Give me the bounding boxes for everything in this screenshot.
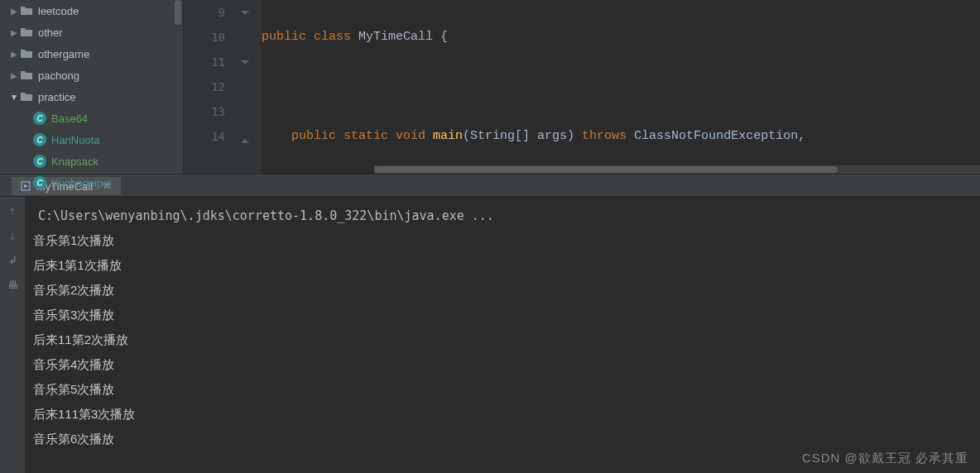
console-output[interactable]: C:\Users\wenyanbing\.jdks\corretto-1.8.0… xyxy=(25,197,980,473)
folder-icon xyxy=(20,69,33,81)
console-line: 音乐第2次播放 xyxy=(33,278,972,303)
exception: ClassNotFoundException, xyxy=(634,129,805,143)
down-arrow-icon[interactable]: ↓ xyxy=(4,227,21,243)
keyword: public xyxy=(262,30,314,44)
class-icon: C xyxy=(33,176,46,189)
tree-label: pachong xyxy=(38,69,79,82)
folder-icon xyxy=(20,91,33,103)
code-editor[interactable]: 9 10 11 12 13 14 public class MyTimeCall… xyxy=(184,0,980,174)
tree-label: othergame xyxy=(38,48,89,60)
console-line: 后来1第1次播放 xyxy=(33,253,972,278)
project-tree: ▶ leetcode ▶ other ▶ othergame ▶ pachong… xyxy=(0,0,184,174)
line-gutter: 9 10 11 12 13 14 xyxy=(184,0,233,174)
tree-folder-other[interactable]: ▶ other xyxy=(0,22,183,43)
tree-folder-othergame[interactable]: ▶ othergame xyxy=(0,43,183,64)
tree-label: leetcode xyxy=(38,5,79,17)
console-line: 音乐第1次播放 xyxy=(33,228,972,253)
tree-folder-practice[interactable]: ▼ practice xyxy=(0,86,183,108)
class-icon: C xyxy=(33,112,46,125)
line-number: 13 xyxy=(211,105,225,118)
soft-wrap-icon[interactable]: ↲ xyxy=(4,251,21,268)
scrollbar-thumb[interactable] xyxy=(374,166,838,173)
tree-label: Base64 xyxy=(51,112,88,125)
fold-end-icon[interactable] xyxy=(240,132,250,142)
params: (String[] args) xyxy=(463,129,582,143)
class-icon: C xyxy=(33,155,46,168)
code-area[interactable]: public class MyTimeCall { public static … xyxy=(262,0,980,174)
tree-class-hannuota[interactable]: C HanNuota xyxy=(0,129,183,150)
chevron-right-icon: ▶ xyxy=(8,7,20,16)
fold-start-icon[interactable] xyxy=(240,58,250,68)
folder-icon xyxy=(20,5,33,17)
line-number: 12 xyxy=(211,80,225,93)
editor-horizontal-scrollbar[interactable] xyxy=(374,165,980,174)
chevron-right-icon: ▶ xyxy=(8,28,20,37)
keyword: class xyxy=(314,30,358,44)
line-number: 11 xyxy=(211,55,225,69)
method-name: main xyxy=(433,129,463,143)
console-toolbar: ↑ ↓ ↲ 🖶 xyxy=(0,197,25,473)
tree-label: Kuohaopipei xyxy=(51,177,111,189)
command-line: C:\Users\wenyanbing\.jdks\corretto-1.8.0… xyxy=(33,207,499,225)
tree-class-knapsack[interactable]: C Knapsack xyxy=(0,150,183,172)
console-line: 后来111第3次播放 xyxy=(33,402,972,427)
console-line: 音乐第3次播放 xyxy=(33,303,972,327)
tree-label: HanNuota xyxy=(51,134,100,146)
keyword: throws xyxy=(582,129,634,143)
class-icon: C xyxy=(33,133,46,146)
up-arrow-icon[interactable]: ↑ xyxy=(4,202,21,218)
tree-class-kuohaopipei[interactable]: C Kuohaopipei xyxy=(0,172,183,194)
line-number: 10 xyxy=(211,31,225,44)
console-line: 音乐第6次播放 xyxy=(33,427,972,452)
tree-label: Knapsack xyxy=(51,155,98,168)
line-number: 14 xyxy=(211,130,225,143)
line-number: 9 xyxy=(219,6,225,19)
fold-column xyxy=(233,0,262,174)
chevron-down-icon: ▼ xyxy=(8,93,20,102)
class-name: MyTimeCall xyxy=(358,30,440,44)
console-line: 音乐第5次播放 xyxy=(33,377,972,402)
brace: { xyxy=(440,30,448,44)
folder-icon xyxy=(20,26,33,38)
console-line: 音乐第4次播放 xyxy=(33,352,972,377)
tree-label: other xyxy=(38,26,63,39)
tree-label: practice xyxy=(38,91,76,103)
tree-folder-pachong[interactable]: ▶ pachong xyxy=(0,64,183,86)
folder-icon xyxy=(20,48,33,60)
sidebar-scrollbar[interactable] xyxy=(175,0,181,25)
print-icon[interactable]: 🖶 xyxy=(4,276,21,293)
console-line: 后来11第2次播放 xyxy=(33,327,972,352)
fold-start-icon[interactable] xyxy=(240,8,250,18)
chevron-right-icon: ▶ xyxy=(8,71,20,80)
keyword: public static void xyxy=(291,129,433,143)
chevron-right-icon: ▶ xyxy=(8,50,20,59)
tree-folder-leetcode[interactable]: ▶ leetcode xyxy=(0,0,183,22)
tree-class-base64[interactable]: C Base64 xyxy=(0,108,183,129)
